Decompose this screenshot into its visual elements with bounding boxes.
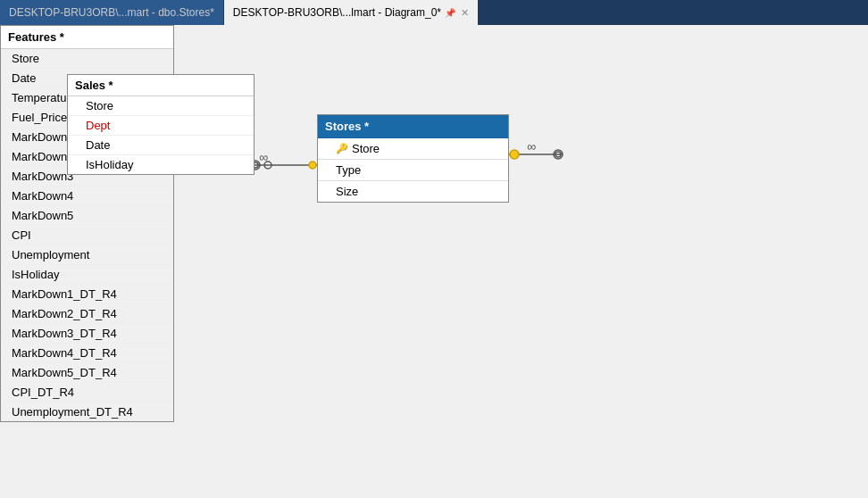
features-row-store[interactable]: Store [1,49,173,69]
title-bar: DESKTOP-BRU3ORB\...mart - dbo.Stores* DE… [0,0,868,25]
features-row-markdown2-dt-r4[interactable]: MarkDown2_DT_R4 [1,304,173,324]
tab-stores-db-label: DESKTOP-BRU3ORB\...mart - dbo.Stores* [9,6,214,19]
tab-diagram[interactable]: DESKTOP-BRU3ORB\...lmart - Diagram_0* 📌 … [224,0,479,25]
close-button[interactable]: ✕ [461,7,469,19]
sales-row-dept[interactable]: Dept [68,116,254,136]
features-row-unemployment-dt-r4[interactable]: Unemployment_DT_R4 [1,403,173,421]
stores-table-header: Stores * [318,115,508,138]
features-row-cpi-dt-r4[interactable]: CPI_DT_R4 [1,383,173,403]
features-row-cpi[interactable]: CPI [1,226,173,245]
features-row-markdown4-dt-r4[interactable]: MarkDown4_DT_R4 [1,344,173,363]
features-table-header: Features * [1,26,173,49]
stores-table: Stores * 🔑 Store Type Size [317,114,509,203]
key-icon: 🔑 [336,143,348,154]
svg-text:∞: ∞ [527,139,536,154]
features-row-markdown1-dt-r4[interactable]: MarkDown1_DT_R4 [1,285,173,304]
features-row-markdown5[interactable]: MarkDown5 [1,206,173,226]
sales-row-isholiday[interactable]: IsHoliday [68,155,254,174]
features-row-unemployment[interactable]: Unemployment [1,245,173,265]
svg-point-8 [510,150,519,159]
svg-point-4 [309,162,316,169]
stores-row-size[interactable]: Size [318,181,508,202]
pin-icon: 📌 [445,8,455,18]
features-row-isholiday[interactable]: IsHoliday [1,265,173,285]
svg-point-1 [264,162,271,169]
diagram-canvas: ∞ ∞ Sales * Store Dept Date IsHoliday St… [0,25,868,498]
features-row-markdown4[interactable]: MarkDown4 [1,187,173,206]
stores-row-store-label: Store [352,142,380,155]
svg-point-10 [555,152,561,157]
sales-row-store[interactable]: Store [68,96,254,116]
features-row-markdown3-dt-r4[interactable]: MarkDown3_DT_R4 [1,324,173,344]
tab-diagram-label: DESKTOP-BRU3ORB\...lmart - Diagram_0* [233,6,441,19]
sales-row-date[interactable]: Date [68,136,254,155]
stores-row-store[interactable]: 🔑 Store [318,138,508,160]
sales-table-header: Sales * [68,75,254,96]
stores-row-type[interactable]: Type [318,160,508,181]
sales-table: Sales * Store Dept Date IsHoliday [67,74,255,175]
svg-point-9 [554,150,563,159]
svg-text:∞: ∞ [259,150,268,164]
features-row-markdown5-dt-r4[interactable]: MarkDown5_DT_R4 [1,363,173,383]
tab-stores-db[interactable]: DESKTOP-BRU3ORB\...mart - dbo.Stores* [0,0,224,25]
